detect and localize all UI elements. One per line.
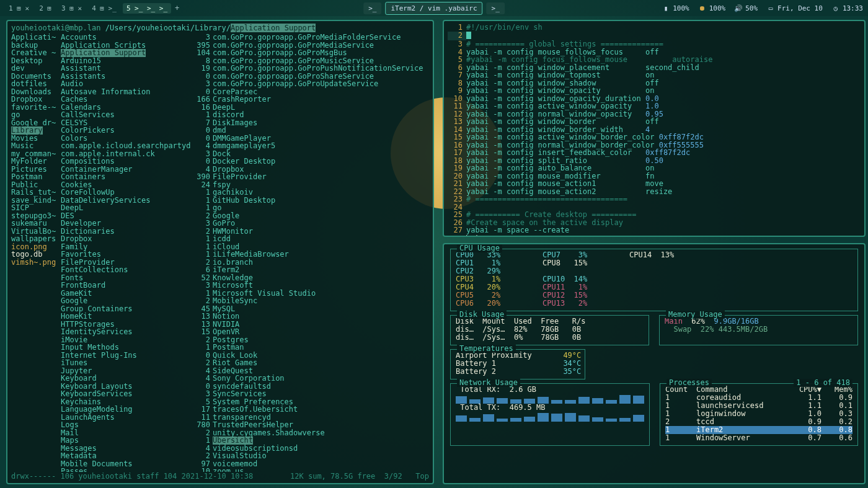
fm-item[interactable]: vimsh~.png (11, 259, 61, 267)
fm-item[interactable]: Creative ~ (11, 49, 61, 57)
fm-item[interactable]: voicememod (213, 460, 429, 468)
fm-item[interactable]: Postman (213, 344, 429, 352)
file-manager-pane[interactable]: youheiootaki@mbp.lan /Users/youheiootaki… (6, 20, 434, 484)
fm-item[interactable]: com.GoPro.goproapp.GoProUpdateService (213, 80, 429, 88)
workspace-3[interactable]: 3 ⊞ ✕ (58, 3, 86, 14)
fm-item[interactable]: Microsoft (213, 282, 429, 290)
fm-item[interactable]: Assistant19 (61, 64, 213, 73)
fm-item[interactable]: FontCollections6 (61, 266, 213, 274)
fm-item[interactable]: DeepL (213, 104, 429, 112)
workspace-5[interactable]: 5 >_ >_ >_ (123, 3, 171, 14)
fm-item[interactable]: Containers390 (61, 173, 213, 181)
fm-item[interactable]: Ubersicht (213, 437, 429, 445)
fm-item[interactable]: go (11, 111, 61, 119)
fm-item[interactable]: dmmgameplayer5 (213, 142, 429, 150)
fm-column-preview[interactable]: com.GoPro.goproapp.GoProMediaFolderServi… (213, 33, 429, 472)
fm-item[interactable]: sukemaru (11, 220, 61, 228)
fm-item[interactable]: IdentityServices15 (61, 328, 213, 336)
fm-item[interactable]: Rails_tut~ (11, 189, 61, 197)
monitor-pane[interactable]: CPU UsageCPU0 33%CPU7 3%CPU14 13%CPU1 1%… (443, 243, 866, 484)
fm-item[interactable]: SyncServices (213, 390, 429, 398)
fm-item[interactable]: VisualStudio (213, 452, 429, 460)
fm-item[interactable]: Favorites1 (61, 251, 213, 259)
fm-item[interactable]: Mail2 (61, 429, 213, 437)
fm-item[interactable]: Logs780 (61, 421, 213, 429)
fm-item[interactable]: Dropbox1 (61, 235, 213, 243)
fm-item[interactable]: iTerm2 (213, 266, 429, 274)
workspace-1[interactable]: 1 ⊞ ✕ (5, 3, 33, 14)
fm-item[interactable]: Metadata2 (61, 452, 213, 460)
fm-item[interactable]: icdd (213, 235, 429, 243)
process-row[interactable]: 1iTerm20.80.8 (665, 426, 852, 434)
fm-item[interactable]: Accounts3 (61, 33, 213, 42)
fm-item[interactable]: HWMonitor (213, 228, 429, 236)
process-row[interactable]: 1launchservicesd1.10.1 (665, 402, 852, 410)
fm-item[interactable]: Audio3 (61, 80, 213, 88)
fm-item[interactable]: FrontBoard3 (61, 282, 213, 290)
fm-item[interactable]: LanguageModeling17 (61, 406, 213, 414)
fm-column-current[interactable]: Accounts3Application Scripts395Applicati… (61, 33, 213, 472)
workspace-2[interactable]: 2 ⊞ (35, 3, 55, 14)
fm-item[interactable]: Postgres (213, 336, 429, 344)
fm-item[interactable]: DeepL1 (61, 204, 213, 212)
fm-item[interactable]: Docker Desktop (213, 157, 429, 166)
fm-item[interactable]: NVIDIA (213, 321, 429, 329)
fm-item[interactable]: HomeKit13 (61, 313, 213, 321)
fm-item[interactable]: CrashReporter (213, 95, 429, 104)
fm-item[interactable]: go (213, 204, 429, 212)
window-tab[interactable]: >_ (487, 2, 505, 14)
fm-item[interactable]: MyFolder (11, 157, 61, 166)
editor-pane[interactable]: 1#!/usr/bin/env sh23# =========== global… (443, 20, 866, 237)
fm-item[interactable]: Passes10 (61, 468, 213, 472)
process-row[interactable]: 1loginwindow1.00.3 (665, 410, 852, 418)
fm-item[interactable]: MobileSync (213, 297, 429, 305)
fm-item[interactable]: CoreFollowUp1 (61, 189, 213, 197)
fm-item[interactable]: discord (213, 111, 429, 119)
fm-item[interactable]: dev (11, 64, 61, 73)
window-tab[interactable]: iTerm2 / vim .yabairc (385, 2, 482, 15)
fm-item[interactable]: iTunes2 (61, 359, 213, 367)
fm-item[interactable]: io.branch (213, 259, 429, 267)
fm-item[interactable]: Maps1 (61, 437, 213, 445)
fm-item[interactable]: KeyboardServices3 (61, 390, 213, 398)
fm-item[interactable]: Riot Games (213, 359, 429, 367)
fm-item[interactable]: ColorPickers0 (61, 126, 213, 135)
fm-column-parent[interactable]: Applicati~backupCreative ~DesktopdevDocu… (11, 33, 61, 472)
fm-item[interactable]: Keyboard4 (61, 375, 213, 383)
fm-item[interactable]: com.apple.icloud.searchpartyd4 (61, 142, 213, 150)
window-tab[interactable]: >_ (363, 2, 381, 14)
fm-item[interactable]: DiskImages (213, 119, 429, 127)
process-row[interactable]: 1WindowServer0.70.6 (665, 434, 852, 442)
fm-item[interactable]: SICP (11, 204, 61, 212)
fm-item[interactable]: Library (11, 126, 61, 135)
fm-item[interactable]: Google (213, 212, 429, 220)
fm-item[interactable]: Postman (11, 173, 61, 181)
fm-item[interactable]: Sony Corporation (213, 375, 429, 383)
fm-item[interactable]: gachikoiv (213, 189, 429, 197)
fm-item[interactable]: iLifeMediaBrowser (213, 251, 429, 259)
fm-item[interactable]: dmd (213, 126, 429, 135)
fm-item[interactable]: Notion (213, 313, 429, 321)
fm-item[interactable]: OpenVR (213, 328, 429, 336)
fm-item[interactable]: com.GoPro.goproapp.GoProMediaFolderServi… (213, 33, 429, 42)
fm-item[interactable]: Application Support104 (61, 49, 213, 57)
fm-item[interactable]: tracesOf.Uebersicht (213, 406, 429, 414)
fm-item[interactable]: wallpapers (11, 235, 61, 243)
fm-item[interactable]: Assistants0 (61, 73, 213, 81)
fm-item[interactable]: com.GoPro.goproapp.GoProPushNotification… (213, 64, 429, 73)
fm-item[interactable]: DataDeliveryServices1 (61, 197, 213, 205)
fm-item[interactable]: Input Methods1 (61, 344, 213, 352)
fm-item[interactable]: Compositions0 (61, 157, 213, 166)
fm-item[interactable]: Music (11, 142, 61, 150)
fm-item[interactable]: dotfiles (11, 80, 61, 88)
fm-item[interactable]: Dropbox (11, 95, 61, 104)
fm-item[interactable]: GitHub Desktop (213, 197, 429, 205)
fm-item[interactable]: zoom.us (213, 468, 429, 472)
fm-item[interactable]: GoPro (213, 220, 429, 228)
fm-item[interactable]: Applicati~ (11, 33, 61, 42)
fm-item[interactable]: Developer3 (61, 220, 213, 228)
fm-item[interactable]: FileProvider (213, 173, 429, 181)
fm-item[interactable]: TrustedPeersHelper (213, 421, 429, 429)
process-row[interactable]: 2tccd0.90.2 (665, 418, 852, 426)
add-workspace-button[interactable]: + (171, 2, 183, 14)
